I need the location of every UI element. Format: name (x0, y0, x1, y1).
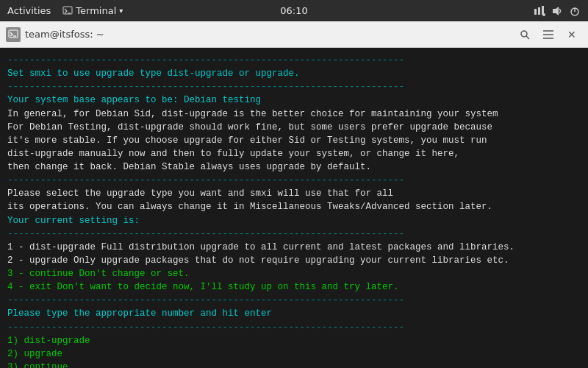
terminal-label: Terminal ▾ (62, 5, 123, 16)
terminal-line: dist-upgrade manually now and then to fu… (7, 147, 581, 160)
terminal-line: it's more stable. If you choose upgrade … (7, 134, 581, 147)
svg-point-5 (542, 13, 545, 16)
search-icon (520, 29, 530, 40)
terminal-window: team@itsfoss: ~ ✕ ----------------------… (0, 21, 588, 368)
terminal-line: 3 - continue Don't change or set. (7, 267, 581, 280)
system-bar-time: 06:10 (280, 5, 307, 16)
terminal-line: 1) dist-upgrade (7, 334, 581, 347)
terminal-line: Please type the appropriate number and h… (7, 307, 581, 320)
system-bar-right (534, 6, 581, 16)
terminal-line: ----------------------------------------… (7, 227, 581, 241)
terminal-line: Set smxi to use upgrade type dist-upgrad… (7, 67, 581, 80)
terminal-line: 2) upgrade (7, 347, 581, 361)
terminal-title: team@itsfoss: ~ (25, 29, 104, 40)
system-bar: Activities Terminal ▾ 06:10 (0, 0, 588, 21)
terminal-line: ----------------------------------------… (7, 80, 581, 93)
terminal-line: Please select the upgrade type you want … (7, 187, 581, 200)
network-icon (534, 6, 545, 16)
terminal-titlebar: team@itsfoss: ~ ✕ (0, 21, 588, 48)
terminal-line: then change it back. Debian Stable alway… (7, 160, 581, 174)
titlebar-left: team@itsfoss: ~ (6, 27, 104, 42)
terminal-line: 1 - dist-upgrade Full distribution upgra… (7, 241, 581, 254)
svg-rect-2 (534, 9, 537, 15)
terminal-icon (62, 6, 73, 16)
terminal-content[interactable]: ----------------------------------------… (0, 48, 588, 368)
hamburger-icon (543, 30, 553, 39)
svg-rect-3 (538, 7, 540, 15)
terminal-line: ----------------------------------------… (7, 174, 581, 187)
tab-terminal-icon (8, 29, 18, 40)
svg-line-12 (526, 36, 529, 39)
terminal-line: ----------------------------------------… (7, 321, 581, 334)
terminal-tab-icon (6, 27, 21, 42)
menu-button[interactable] (538, 24, 559, 45)
terminal-line: Your current setting is: (7, 214, 581, 227)
terminal-label-text: Terminal (76, 5, 116, 16)
terminal-line: 3) continue (7, 361, 581, 368)
close-button[interactable]: ✕ (562, 24, 582, 45)
system-bar-left: Activities Terminal ▾ (7, 5, 123, 16)
activities-button[interactable]: Activities (7, 5, 51, 16)
terminal-line: ----------------------------------------… (7, 294, 581, 307)
search-button[interactable] (514, 24, 535, 45)
terminal-line: Your system base appears to be: Debian t… (7, 93, 581, 107)
svg-point-11 (521, 31, 527, 37)
terminal-line: 2 - upgrade Only upgrade packages that d… (7, 254, 581, 267)
svg-marker-6 (553, 7, 559, 15)
titlebar-right: ✕ (514, 24, 582, 45)
terminal-line: In general, for Debian Sid, dist-upgrade… (7, 107, 581, 121)
power-icon (569, 6, 581, 16)
terminal-line: its operations. You can always change it… (7, 200, 581, 213)
terminal-line: For Debian Testing, dist-upgrade should … (7, 121, 581, 134)
volume-icon (551, 6, 563, 16)
terminal-line: ----------------------------------------… (7, 54, 581, 67)
terminal-dropdown-icon[interactable]: ▾ (119, 7, 123, 15)
terminal-line: 4 - exit Don't want to decide now, I'll … (7, 280, 581, 294)
